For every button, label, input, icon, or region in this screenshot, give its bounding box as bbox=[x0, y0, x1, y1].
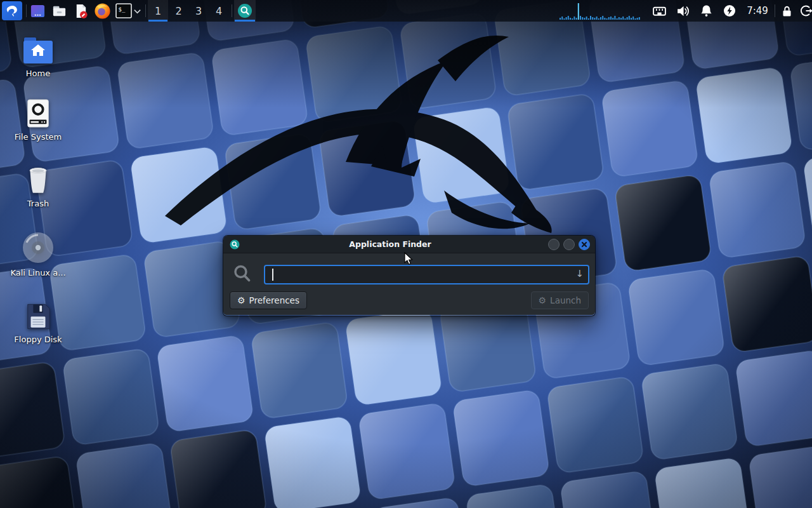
svg-text:$_: $_ bbox=[119, 6, 126, 13]
application-finder-window: Application Finder ↓ bbox=[223, 236, 595, 316]
close-icon bbox=[581, 241, 587, 248]
gear-icon: ⚙ bbox=[237, 296, 246, 305]
ethernet-icon bbox=[652, 4, 667, 18]
launcher-file-manager[interactable] bbox=[50, 0, 68, 22]
speaker-icon bbox=[676, 4, 690, 18]
search-icon bbox=[232, 264, 252, 284]
desktop: Home File System Trash Kali Linux a... bbox=[0, 0, 812, 508]
launcher-firefox[interactable] bbox=[93, 0, 112, 22]
terminal-icon: $_ bbox=[115, 3, 132, 18]
network-tray-icon[interactable] bbox=[650, 0, 669, 22]
terminal-dropdown[interactable] bbox=[132, 0, 142, 22]
desktop-icon-file-system[interactable]: File System bbox=[0, 99, 76, 142]
desktop-icon-label: Home bbox=[26, 69, 50, 78]
top-panel: $_ 1 2 3 4 bbox=[0, 0, 812, 22]
app-finder-panel-button[interactable] bbox=[234, 0, 256, 22]
cpu-graph-widget[interactable] bbox=[558, 0, 642, 22]
firefox-icon bbox=[94, 3, 111, 20]
power-manager-tray-icon[interactable] bbox=[720, 0, 739, 22]
launcher-terminal[interactable]: $_ bbox=[115, 0, 133, 22]
hard-drive-icon bbox=[23, 99, 53, 128]
text-editor-icon bbox=[73, 3, 89, 19]
lock-icon bbox=[780, 4, 794, 18]
notifications-tray-icon[interactable] bbox=[697, 0, 716, 22]
desktop-icon-floppy-disk[interactable]: Floppy Disk bbox=[0, 302, 76, 344]
desktop-icon-label: File System bbox=[15, 132, 62, 142]
desktop-icon-trash[interactable]: Trash bbox=[0, 165, 76, 208]
preferences-button[interactable]: ⚙ Preferences bbox=[230, 291, 307, 309]
maximize-button[interactable] bbox=[563, 239, 575, 250]
logout-button[interactable] bbox=[797, 0, 812, 22]
window-title: Application Finder bbox=[223, 239, 557, 249]
dashboard-icon bbox=[30, 3, 46, 19]
launch-button[interactable]: ⚙ Launch bbox=[531, 291, 589, 309]
finder-active-indicator bbox=[235, 20, 255, 22]
workspace-active-indicator bbox=[148, 20, 167, 22]
home-folder-icon bbox=[23, 37, 53, 65]
search-icon bbox=[237, 3, 252, 18]
workspace-3[interactable]: 3 bbox=[188, 0, 209, 22]
workspace-4[interactable]: 4 bbox=[209, 0, 229, 22]
file-manager-icon bbox=[51, 3, 67, 19]
bell-icon bbox=[699, 4, 714, 18]
desktop-icon-kali-cd[interactable]: Kali Linux a... bbox=[0, 231, 76, 277]
launch-gear-icon: ⚙ bbox=[539, 296, 547, 305]
chevron-down-icon bbox=[133, 7, 141, 15]
volume-tray-icon[interactable] bbox=[672, 0, 693, 22]
battery-power-icon bbox=[723, 4, 737, 18]
desktop-icon-label: Floppy Disk bbox=[14, 335, 62, 344]
search-field-wrap: ↓ bbox=[264, 265, 589, 284]
lock-screen-button[interactable] bbox=[778, 0, 796, 22]
desktop-icon-label: Trash bbox=[27, 199, 49, 208]
trash-can-icon bbox=[23, 165, 53, 195]
desktop-icon-home[interactable]: Home bbox=[0, 37, 76, 78]
launcher-dashboard[interactable] bbox=[29, 0, 46, 22]
kali-menu-button[interactable] bbox=[2, 1, 22, 20]
floppy-disk-icon bbox=[24, 302, 52, 331]
minimize-button[interactable] bbox=[548, 239, 560, 250]
text-caret bbox=[272, 269, 273, 281]
workspace-2[interactable]: 2 bbox=[169, 0, 189, 22]
search-input[interactable] bbox=[264, 265, 589, 284]
titlebar[interactable]: Application Finder bbox=[223, 236, 595, 253]
desktop-icon-label: Kali Linux a... bbox=[10, 268, 65, 277]
mouse-cursor bbox=[404, 252, 417, 266]
launcher-text-editor[interactable] bbox=[72, 0, 89, 22]
workspace-1[interactable]: 1 bbox=[148, 0, 168, 22]
logout-icon bbox=[799, 4, 812, 18]
clock[interactable]: 7:49 bbox=[742, 0, 773, 22]
dropdown-arrow-icon[interactable]: ↓ bbox=[575, 268, 584, 279]
cd-disc-icon bbox=[22, 231, 55, 264]
kali-dragon-icon bbox=[4, 3, 20, 18]
close-button[interactable] bbox=[579, 239, 590, 250]
